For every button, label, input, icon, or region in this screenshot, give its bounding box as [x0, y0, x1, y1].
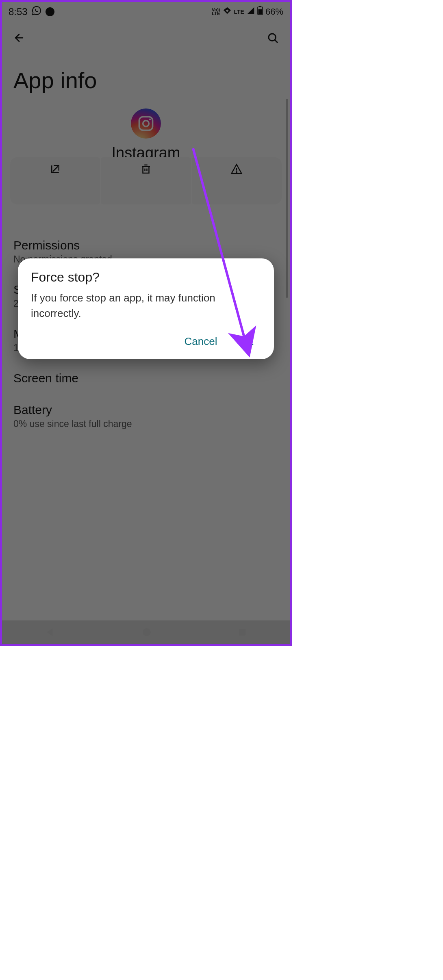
dialog-message: If you force stop an app, it may functio…: [31, 291, 261, 321]
ok-button[interactable]: OK: [236, 331, 256, 352]
dialog-title: Force stop?: [31, 270, 261, 285]
dialog-actions: Cancel OK: [31, 331, 261, 352]
cancel-button[interactable]: Cancel: [182, 331, 219, 352]
dialog-scrim[interactable]: Force stop? If you force stop an app, it…: [2, 2, 290, 644]
force-stop-dialog: Force stop? If you force stop an app, it…: [18, 258, 274, 359]
